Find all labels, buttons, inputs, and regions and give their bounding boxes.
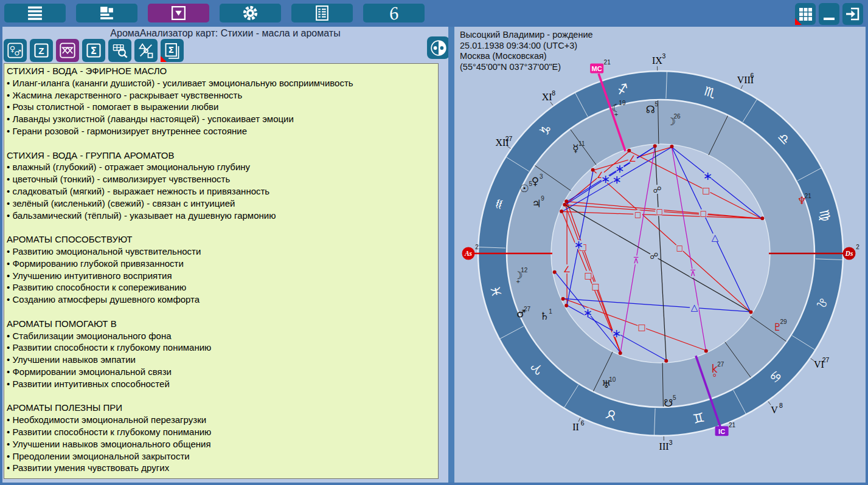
aspect-figure-button[interactable] xyxy=(56,39,79,62)
sum-pages-button[interactable]: Σ xyxy=(161,39,184,62)
planets-button[interactable]: ♀♂ xyxy=(4,39,27,62)
report-icon xyxy=(314,5,330,21)
as-badge: As xyxy=(464,250,473,257)
minimize-icon xyxy=(821,6,837,22)
aspect-semisquare-glyph: ∠ xyxy=(563,264,571,274)
aspect-shapes-icon xyxy=(137,42,155,59)
svg-text:+: + xyxy=(516,278,521,284)
analysis-toolbar: ♀♂ZΣΣ xyxy=(4,39,184,62)
tab-settings[interactable] xyxy=(220,4,281,22)
list-item: • Необходимости эмоциональной перезагруз… xyxy=(7,414,438,426)
svg-text:6: 6 xyxy=(581,419,585,427)
svg-text:27: 27 xyxy=(524,306,531,312)
svg-text:o: o xyxy=(713,372,717,378)
aspect-trine-glyph: △ xyxy=(691,302,698,313)
tab-report[interactable] xyxy=(291,4,353,22)
window-buttons xyxy=(795,3,863,25)
list-item: • Лаванды узколистной (лаванды настоящей… xyxy=(7,113,438,125)
svg-text:Σ: Σ xyxy=(91,46,97,57)
sum-button[interactable]: Σ xyxy=(82,39,105,62)
tab-layout[interactable] xyxy=(76,4,137,22)
venus-glyph: ♀ xyxy=(532,175,539,187)
aspect-square-glyph: □ xyxy=(592,281,600,291)
aspect-sesquiquadrate-glyph: □ xyxy=(634,210,641,219)
aspect-sesquiquadrate-glyph: □ xyxy=(656,207,663,216)
tab-menu[interactable] xyxy=(4,4,66,22)
aspect-quincunx-glyph: ⊼ xyxy=(633,255,639,265)
aspect-semisquare-glyph: ∠ xyxy=(629,154,637,163)
section-heading: АРОМАТЫ ПОМОГАЮТ В xyxy=(7,318,438,330)
svg-text:8: 8 xyxy=(779,402,783,409)
svg-text:5: 5 xyxy=(673,394,676,401)
list-item: • зелёный (кисленький) (свежий) - связан… xyxy=(7,198,438,210)
aspect-shapes-button[interactable] xyxy=(134,39,158,62)
list-item: • Формированию глубокой привязанности xyxy=(7,258,438,270)
main-tabs: 6 xyxy=(4,4,425,22)
svg-text:9: 9 xyxy=(541,195,544,202)
svg-text:1: 1 xyxy=(549,308,552,315)
z-icon: Z xyxy=(33,42,50,59)
svg-text:2: 2 xyxy=(856,244,859,250)
list-item: • Развитии умения чувствовать других xyxy=(7,462,438,474)
svg-text:8: 8 xyxy=(552,89,555,97)
aspect-sesquiquadrate-glyph: □ xyxy=(700,209,707,218)
sigma-icon: Σ xyxy=(85,42,102,59)
tab-logo[interactable]: 6 xyxy=(363,4,425,22)
left-panel: АромаАнализатор карт: Стихии - масла и а… xyxy=(2,27,448,483)
section-heading: СТИХИЯ - ВОДА - ЭФИРНОЕ МАСЛО xyxy=(7,65,438,77)
aspect-square-glyph: □ xyxy=(585,270,592,280)
chart-panel: Высоцкий Владимир - рождение25.01.1938 0… xyxy=(454,27,866,483)
svg-text:11: 11 xyxy=(578,140,585,147)
aspect-sextile-glyph: ∗ xyxy=(612,326,622,340)
house-label: III xyxy=(659,441,669,452)
dropdown-icon xyxy=(170,5,187,21)
aspect-sesquiquadrate-glyph: □ xyxy=(676,244,683,252)
house-label: V xyxy=(771,405,778,415)
ic-badge: IC xyxy=(718,428,725,435)
list-item: • бальзамический (тёплый) - указывает на… xyxy=(7,210,438,222)
svg-text:2: 2 xyxy=(475,244,479,250)
aspect-sextile-glyph: ∗ xyxy=(583,306,592,319)
snode-glyph: ☋ xyxy=(664,397,673,409)
svg-text:21: 21 xyxy=(604,59,611,66)
jupiter-glyph: ♃ xyxy=(532,198,541,210)
minimize-button[interactable] xyxy=(819,3,839,25)
aspect-square-glyph: □ xyxy=(638,322,646,332)
apps-button[interactable] xyxy=(795,3,816,25)
svg-text:27: 27 xyxy=(505,135,513,142)
svg-text:3: 3 xyxy=(662,52,666,60)
svg-text:21: 21 xyxy=(729,422,736,428)
list-item: • Иланг-иланга (кананги душистой) - усил… xyxy=(7,77,438,89)
list-item: • Развитию способности к сопереживанию xyxy=(7,281,438,294)
aspect-trine-glyph: △ xyxy=(712,232,719,243)
aspect-quincunx-glyph: ⊼ xyxy=(690,268,696,278)
gear-icon xyxy=(242,5,259,21)
house-label: XI xyxy=(542,92,552,102)
new-marker xyxy=(795,18,802,25)
svg-text:27: 27 xyxy=(717,361,724,368)
panel-divider xyxy=(448,27,454,483)
section-heading: АРОМАТЫ ПОЛЕЗНЫ ПРИ xyxy=(7,402,438,414)
table-search-button[interactable] xyxy=(108,39,131,62)
list-item: • Развитии способности к глубокому поним… xyxy=(7,426,438,438)
zodiac-button[interactable]: Z xyxy=(30,39,53,62)
contrast-icon xyxy=(429,39,448,57)
list-item: • цветочный (тонкий) - символизирует чув… xyxy=(7,173,438,185)
aspect-square-glyph: □ xyxy=(702,185,710,195)
mercury-glyph: ☿ xyxy=(572,142,578,154)
menu-icon xyxy=(27,5,43,21)
panel-title: АромаАнализатор карт: Стихии - масла и а… xyxy=(2,28,448,39)
list-item: • Развитии способности к глубокому поним… xyxy=(7,342,438,354)
svg-text:3: 3 xyxy=(669,439,673,446)
svg-text:10: 10 xyxy=(609,376,616,383)
saturn-glyph: ♄ xyxy=(540,310,549,322)
contrast-toggle-button[interactable] xyxy=(427,36,450,59)
tab-analyzer[interactable] xyxy=(148,4,209,22)
list-item: • Развитии интуитивных способностей xyxy=(7,378,438,390)
exit-button[interactable] xyxy=(842,3,863,25)
new-marker xyxy=(161,56,167,62)
section-heading: АРОМАТЫ СПОСОБСТВУЮТ xyxy=(7,233,438,246)
analysis-text[interactable]: СТИХИЯ - ВОДА - ЭФИРНОЕ МАСЛО• Иланг-ила… xyxy=(4,63,439,479)
aspect-opposition-glyph: ☍ xyxy=(650,251,658,261)
house-label: II xyxy=(572,422,579,432)
